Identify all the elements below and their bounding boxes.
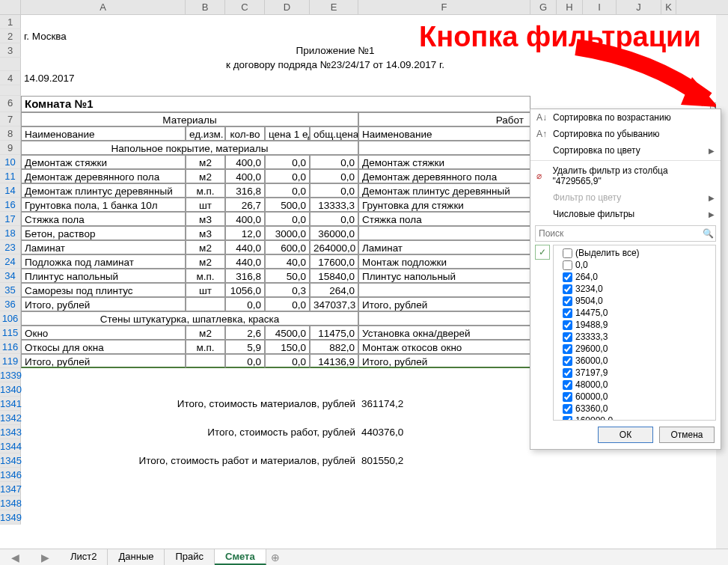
cell[interactable]: м2 — [186, 169, 225, 183]
row-header[interactable]: 119 — [0, 354, 21, 368]
col-name[interactable]: Наименование — [21, 126, 186, 141]
cell[interactable]: Демонтаж плинтус деревянный — [358, 183, 530, 198]
apply-check[interactable]: ✓ — [535, 245, 550, 260]
materials-header[interactable]: Материалы — [21, 112, 358, 126]
cell[interactable] — [358, 226, 530, 240]
cell[interactable]: м3 — [186, 212, 225, 226]
cell[interactable]: 4500,0 — [265, 326, 310, 340]
cell[interactable]: Ламинат — [21, 240, 186, 254]
add-sheet-button[interactable]: ⊕ — [266, 552, 284, 564]
checkbox[interactable] — [563, 260, 572, 270]
cell[interactable]: 14136,9 — [310, 354, 358, 368]
checkbox[interactable] — [563, 308, 572, 318]
filter-value-item[interactable]: 36000,0 — [555, 355, 714, 367]
cell[interactable]: 0,0 — [310, 183, 358, 198]
select-all-corner[interactable] — [0, 0, 21, 14]
cell[interactable]: 0,0 — [265, 155, 310, 169]
filter-value-item[interactable]: 37197,9 — [555, 367, 714, 379]
filter-value-item[interactable]: 0,0 — [555, 259, 714, 271]
cell[interactable] — [21, 43, 186, 58]
col-header-K[interactable]: K — [661, 0, 676, 14]
cell[interactable]: 0,0 — [265, 169, 310, 183]
cell[interactable]: 440376,0 — [358, 425, 530, 439]
cell[interactable]: 316,8 — [225, 183, 265, 198]
row-header[interactable]: 17 — [0, 212, 21, 226]
cell[interactable]: 347037,3 — [310, 297, 358, 311]
filter-value-item[interactable]: 60000,0 — [555, 391, 714, 403]
row-header[interactable]: 1339 — [0, 368, 21, 382]
cell[interactable]: 40,0 — [265, 254, 310, 269]
cell[interactable]: 882,0 — [310, 340, 358, 354]
cell[interactable]: Грунтовка пола, 1 банка 10л — [21, 198, 186, 212]
row-header[interactable]: 1341 — [0, 397, 21, 411]
cell[interactable]: г. Москва — [21, 29, 186, 43]
cell[interactable]: 801550,2 — [358, 453, 530, 468]
cell[interactable]: 0,0 — [265, 212, 310, 226]
row-header[interactable]: 1347 — [0, 482, 21, 496]
cell[interactable]: 0,0 — [310, 169, 358, 183]
cell[interactable]: Плинтус напольный — [21, 269, 186, 283]
cell[interactable]: 0,0 — [265, 183, 310, 198]
row-header[interactable]: 16 — [0, 198, 21, 212]
sort-asc[interactable]: A↓ Сортировка по возрастанию — [530, 109, 721, 126]
filter-value-item[interactable]: 14475,0 — [555, 307, 714, 319]
col-header-H[interactable]: H — [557, 0, 583, 14]
row-header[interactable]: 106 — [0, 311, 21, 326]
row-header[interactable]: 115 — [0, 326, 21, 340]
cell[interactable]: Демонтаж стяжки — [358, 155, 530, 169]
cell[interactable] — [358, 283, 530, 297]
cell[interactable]: шт — [186, 283, 225, 297]
row-header[interactable]: 9 — [0, 141, 21, 155]
row-header[interactable]: 1346 — [0, 468, 21, 482]
row-header[interactable]: 36 — [0, 297, 21, 311]
row-header[interactable]: 1340 — [0, 382, 21, 397]
checkbox[interactable] — [563, 392, 572, 402]
cell[interactable]: к договору подряда №23/24/17 от 14.09.20… — [186, 58, 485, 71]
row-header[interactable]: 2 — [0, 29, 21, 43]
row-header[interactable]: 14 — [0, 183, 21, 198]
row-header[interactable]: 11 — [0, 169, 21, 183]
sheet-tab[interactable]: Лист2 — [60, 549, 108, 565]
cell[interactable]: 14.09.2017 — [21, 71, 186, 85]
cell[interactable]: 0,0 — [310, 155, 358, 169]
col-header-D[interactable]: D — [265, 0, 310, 14]
row-header[interactable]: 3 — [0, 43, 21, 58]
col-header-B[interactable]: B — [186, 0, 225, 14]
sheet-tab[interactable]: Прайс — [165, 549, 215, 565]
section-header[interactable]: Стены штукатурка, шпатлевка, краска — [21, 311, 358, 326]
col-name2[interactable]: Наименование — [358, 126, 530, 141]
row-header[interactable]: 1343 — [0, 425, 21, 439]
checkbox[interactable] — [563, 404, 572, 414]
row-header[interactable]: 1 — [0, 15, 21, 29]
filter-value-item[interactable]: 3234,0 — [555, 283, 714, 295]
cell[interactable]: Откосы для окна — [21, 340, 186, 354]
row-header[interactable]: 10 — [0, 155, 21, 169]
cell[interactable]: м2 — [186, 155, 225, 169]
filter-value-item[interactable]: 63360,0 — [555, 403, 714, 415]
section-header[interactable]: Напольное покрытие, материалы — [21, 141, 358, 155]
cell[interactable]: Саморезы под плинтус — [21, 283, 186, 297]
checkbox[interactable] — [563, 380, 572, 390]
cell[interactable]: Итого, рублей — [21, 297, 186, 311]
row-header[interactable]: 116 — [0, 340, 21, 354]
checkbox[interactable] — [563, 272, 572, 282]
clear-filter[interactable]: ⌀ Удалить фильтр из столбца "4729565,9" — [530, 162, 721, 189]
filter-search[interactable]: 🔍 — [535, 225, 716, 242]
cell[interactable]: 400,0 — [225, 212, 265, 226]
row-header[interactable] — [0, 58, 21, 71]
checkbox[interactable] — [563, 356, 572, 366]
cell[interactable]: 0,3 — [265, 283, 310, 297]
col-header-J[interactable]: J — [617, 0, 661, 14]
col-qty[interactable]: кол-во — [225, 126, 265, 141]
cell[interactable]: Подложка под ламинат — [21, 254, 186, 269]
cell[interactable]: 400,0 — [225, 169, 265, 183]
row-header[interactable]: 24 — [0, 254, 21, 269]
cell[interactable]: Бетон, раствор — [21, 226, 186, 240]
sheet-tab[interactable]: Смета — [215, 549, 266, 565]
search-input[interactable] — [536, 226, 700, 241]
ok-button[interactable]: ОК — [598, 427, 653, 443]
cell[interactable]: м.п. — [186, 269, 225, 283]
cell[interactable]: 0,0 — [225, 354, 265, 368]
cell[interactable]: м3 — [186, 226, 225, 240]
cell[interactable]: 0,0 — [225, 297, 265, 311]
